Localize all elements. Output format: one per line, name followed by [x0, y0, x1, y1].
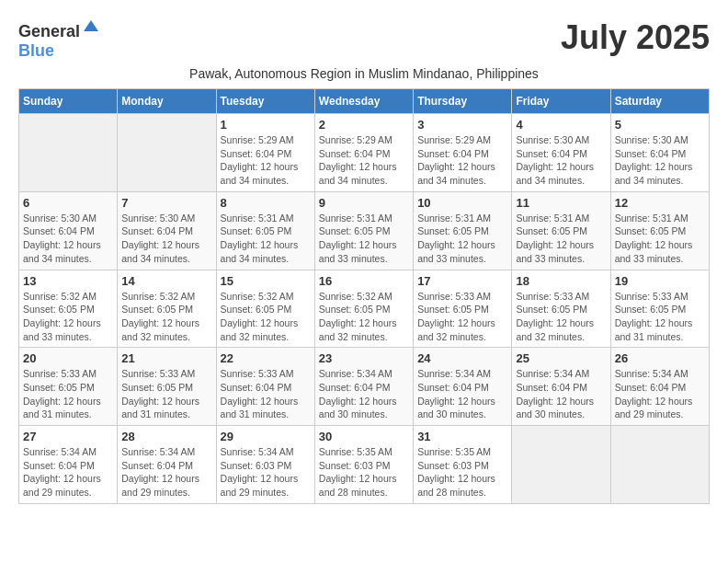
- day-cell: 5Sunrise: 5:30 AM Sunset: 6:04 PM Daylig…: [610, 114, 709, 192]
- column-header-tuesday: Tuesday: [216, 89, 314, 114]
- day-cell: 19Sunrise: 5:33 AM Sunset: 6:05 PM Dayli…: [610, 270, 709, 348]
- day-cell: 25Sunrise: 5:34 AM Sunset: 6:04 PM Dayli…: [512, 348, 610, 426]
- calendar-table: SundayMondayTuesdayWednesdayThursdayFrid…: [18, 88, 710, 504]
- day-cell: 21Sunrise: 5:33 AM Sunset: 6:05 PM Dayli…: [118, 348, 216, 426]
- column-header-wednesday: Wednesday: [314, 89, 413, 114]
- day-info: Sunrise: 5:30 AM Sunset: 6:04 PM Dayligh…: [121, 212, 211, 266]
- day-number: 31: [417, 430, 507, 443]
- day-cell: 28Sunrise: 5:34 AM Sunset: 6:04 PM Dayli…: [118, 426, 216, 504]
- day-number: 22: [221, 351, 311, 365]
- day-info: Sunrise: 5:35 AM Sunset: 6:03 PM Dayligh…: [417, 445, 507, 500]
- week-row-1: 1Sunrise: 5:29 AM Sunset: 6:04 PM Daylig…: [19, 114, 710, 192]
- week-row-3: 13Sunrise: 5:32 AM Sunset: 6:05 PM Dayli…: [19, 270, 710, 348]
- day-cell: 31Sunrise: 5:35 AM Sunset: 6:03 PM Dayli…: [414, 426, 512, 504]
- day-cell: 15Sunrise: 5:32 AM Sunset: 6:05 PM Dayli…: [216, 270, 314, 348]
- day-info: Sunrise: 5:32 AM Sunset: 6:05 PM Dayligh…: [121, 290, 211, 344]
- column-header-friday: Friday: [512, 89, 610, 114]
- day-info: Sunrise: 5:32 AM Sunset: 6:05 PM Dayligh…: [319, 290, 409, 344]
- day-number: 12: [615, 196, 705, 210]
- day-number: 24: [417, 351, 507, 365]
- day-number: 8: [221, 196, 311, 210]
- day-info: Sunrise: 5:29 AM Sunset: 6:04 PM Dayligh…: [417, 133, 507, 188]
- day-cell: 16Sunrise: 5:32 AM Sunset: 6:05 PM Dayli…: [314, 270, 413, 348]
- day-number: 27: [23, 430, 113, 443]
- day-cell: [118, 114, 216, 192]
- logo: General Blue: [18, 18, 100, 61]
- day-number: 14: [121, 274, 211, 288]
- day-info: Sunrise: 5:31 AM Sunset: 6:05 PM Dayligh…: [319, 212, 409, 266]
- day-info: Sunrise: 5:33 AM Sunset: 6:05 PM Dayligh…: [516, 290, 606, 344]
- day-number: 3: [417, 118, 507, 132]
- day-cell: 20Sunrise: 5:33 AM Sunset: 6:05 PM Dayli…: [19, 348, 118, 426]
- day-number: 17: [417, 274, 507, 288]
- day-cell: 29Sunrise: 5:34 AM Sunset: 6:03 PM Dayli…: [216, 426, 314, 504]
- day-cell: 2Sunrise: 5:29 AM Sunset: 6:04 PM Daylig…: [314, 114, 413, 192]
- day-info: Sunrise: 5:31 AM Sunset: 6:05 PM Dayligh…: [417, 212, 507, 266]
- day-info: Sunrise: 5:32 AM Sunset: 6:05 PM Dayligh…: [23, 290, 113, 344]
- day-number: 20: [23, 351, 113, 365]
- day-cell: 4Sunrise: 5:30 AM Sunset: 6:04 PM Daylig…: [512, 114, 610, 192]
- day-cell: 11Sunrise: 5:31 AM Sunset: 6:05 PM Dayli…: [512, 191, 610, 270]
- logo-general: General: [18, 22, 80, 40]
- day-cell: 9Sunrise: 5:31 AM Sunset: 6:05 PM Daylig…: [314, 191, 413, 270]
- week-row-4: 20Sunrise: 5:33 AM Sunset: 6:05 PM Dayli…: [19, 348, 710, 426]
- column-header-thursday: Thursday: [414, 89, 512, 114]
- day-cell: 27Sunrise: 5:34 AM Sunset: 6:04 PM Dayli…: [19, 426, 118, 504]
- day-cell: 12Sunrise: 5:31 AM Sunset: 6:05 PM Dayli…: [610, 191, 709, 270]
- day-cell: [512, 426, 610, 504]
- day-number: 15: [221, 274, 311, 288]
- week-row-5: 27Sunrise: 5:34 AM Sunset: 6:04 PM Dayli…: [19, 426, 710, 504]
- day-number: 7: [121, 196, 211, 210]
- day-cell: 23Sunrise: 5:34 AM Sunset: 6:04 PM Dayli…: [314, 348, 413, 426]
- day-info: Sunrise: 5:34 AM Sunset: 6:04 PM Dayligh…: [417, 367, 507, 421]
- day-cell: 10Sunrise: 5:31 AM Sunset: 6:05 PM Dayli…: [414, 191, 512, 270]
- day-info: Sunrise: 5:34 AM Sunset: 6:04 PM Dayligh…: [516, 367, 606, 421]
- logo-icon: [82, 18, 100, 37]
- day-number: 21: [121, 351, 211, 365]
- day-info: Sunrise: 5:31 AM Sunset: 6:05 PM Dayligh…: [615, 212, 705, 266]
- day-cell: 14Sunrise: 5:32 AM Sunset: 6:05 PM Dayli…: [118, 270, 216, 348]
- day-info: Sunrise: 5:34 AM Sunset: 6:04 PM Dayligh…: [319, 367, 409, 421]
- week-row-2: 6Sunrise: 5:30 AM Sunset: 6:04 PM Daylig…: [19, 191, 710, 270]
- day-number: 10: [417, 196, 507, 210]
- day-number: 6: [23, 196, 113, 210]
- day-number: 28: [121, 430, 211, 443]
- day-info: Sunrise: 5:34 AM Sunset: 6:03 PM Dayligh…: [221, 445, 311, 500]
- day-number: 19: [615, 274, 705, 288]
- day-info: Sunrise: 5:35 AM Sunset: 6:03 PM Dayligh…: [319, 445, 409, 500]
- column-header-monday: Monday: [118, 89, 216, 114]
- day-number: 11: [516, 196, 606, 210]
- day-number: 23: [319, 351, 409, 365]
- day-info: Sunrise: 5:33 AM Sunset: 6:05 PM Dayligh…: [121, 367, 211, 421]
- day-cell: 1Sunrise: 5:29 AM Sunset: 6:04 PM Daylig…: [216, 114, 314, 192]
- day-info: Sunrise: 5:30 AM Sunset: 6:04 PM Dayligh…: [615, 133, 705, 188]
- day-cell: [610, 426, 709, 504]
- day-number: 4: [516, 118, 606, 132]
- day-number: 25: [516, 351, 606, 365]
- day-number: 29: [221, 430, 311, 443]
- day-info: Sunrise: 5:31 AM Sunset: 6:05 PM Dayligh…: [516, 212, 606, 266]
- day-info: Sunrise: 5:33 AM Sunset: 6:05 PM Dayligh…: [417, 290, 507, 344]
- day-info: Sunrise: 5:29 AM Sunset: 6:04 PM Dayligh…: [319, 133, 409, 188]
- day-number: 26: [615, 351, 705, 365]
- day-info: Sunrise: 5:29 AM Sunset: 6:04 PM Dayligh…: [221, 133, 311, 188]
- logo-blue: Blue: [18, 41, 54, 60]
- day-info: Sunrise: 5:32 AM Sunset: 6:05 PM Dayligh…: [221, 290, 311, 344]
- day-cell: 13Sunrise: 5:32 AM Sunset: 6:05 PM Dayli…: [19, 270, 118, 348]
- day-number: 9: [319, 196, 409, 210]
- day-cell: 18Sunrise: 5:33 AM Sunset: 6:05 PM Dayli…: [512, 270, 610, 348]
- day-cell: 24Sunrise: 5:34 AM Sunset: 6:04 PM Dayli…: [414, 348, 512, 426]
- day-number: 5: [615, 118, 705, 132]
- day-cell: 8Sunrise: 5:31 AM Sunset: 6:05 PM Daylig…: [216, 191, 314, 270]
- day-cell: 7Sunrise: 5:30 AM Sunset: 6:04 PM Daylig…: [118, 191, 216, 270]
- day-info: Sunrise: 5:33 AM Sunset: 6:04 PM Dayligh…: [221, 367, 311, 421]
- day-cell: 22Sunrise: 5:33 AM Sunset: 6:04 PM Dayli…: [216, 348, 314, 426]
- day-cell: 6Sunrise: 5:30 AM Sunset: 6:04 PM Daylig…: [19, 191, 118, 270]
- header: General Blue July 2025: [18, 18, 710, 61]
- day-cell: 17Sunrise: 5:33 AM Sunset: 6:05 PM Dayli…: [414, 270, 512, 348]
- day-info: Sunrise: 5:30 AM Sunset: 6:04 PM Dayligh…: [516, 133, 606, 188]
- column-header-saturday: Saturday: [610, 89, 709, 114]
- column-header-sunday: Sunday: [19, 89, 118, 114]
- day-cell: 26Sunrise: 5:34 AM Sunset: 6:04 PM Dayli…: [610, 348, 709, 426]
- day-number: 13: [23, 274, 113, 288]
